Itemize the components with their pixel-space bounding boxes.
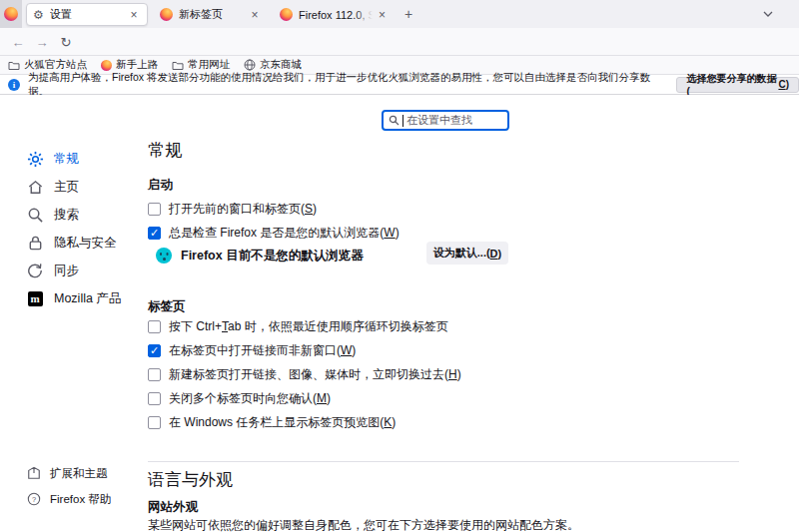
sidebar-item-label: 搜索 (54, 207, 79, 224)
tab-settings[interactable]: ⚙ 设置 × (26, 3, 148, 26)
extensions-icon (26, 466, 41, 481)
general-settings-pane: 常规 启动 打开先前的窗口和标签页(S) 总是检查 Firefox 是否是您的默… (148, 95, 747, 532)
set-as-default-button[interactable]: 设为默认...(D) (426, 242, 508, 265)
checkbox-label: 打开先前的窗口和标签页(S) (169, 201, 317, 218)
navigation-bar: ← → ↻ Firefox about:preferences ☆ (0, 28, 799, 56)
sidebar-item-mozilla-products[interactable]: m Mozilla 产品 (16, 284, 142, 312)
folder-icon (8, 60, 20, 71)
checkbox-label: 总是检查 Firefox 是否是您的默认浏览器(W) (169, 225, 400, 242)
sidebar-item-privacy-security[interactable]: 隐私与安全 (16, 229, 142, 257)
browser-window: ⚙ 设置 × 新标签页 × Firefox 112.0, See All New… (0, 0, 799, 532)
not-default-status-icon (156, 248, 172, 264)
sidebar-item-label: 扩展和主题 (50, 466, 108, 481)
tab-bar: ⚙ 设置 × 新标签页 × Firefox 112.0, See All New… (0, 0, 799, 28)
gear-icon: ⚙ (33, 8, 44, 22)
new-tab-button[interactable]: + (398, 4, 419, 24)
section-divider (148, 461, 739, 462)
checkbox[interactable] (148, 368, 161, 381)
tab-new-tab[interactable]: 新标签页 × (154, 3, 268, 26)
sidebar-item-sync[interactable]: 同步 (16, 257, 142, 284)
choose-data-to-share-button[interactable]: 选择您要分享的数据(C) (676, 77, 799, 93)
svg-text:?: ? (31, 495, 35, 504)
list-all-tabs-button[interactable] (757, 5, 779, 23)
sync-icon (26, 262, 44, 279)
checkbox[interactable] (148, 227, 161, 240)
data-sharing-notification-bar: i 为提高用户体验，Firefox 将发送部分功能的使用情况给我们，用于进一步优… (0, 75, 799, 95)
tab-firefox-whatsnew[interactable]: Firefox 112.0, See All New Fe × (274, 3, 392, 26)
language-appearance-title: 语言与外观 (148, 468, 233, 491)
forward-icon: → (36, 35, 49, 50)
firefox-icon (160, 8, 173, 21)
option-taskbar-tab-previews[interactable]: 在 Windows 任务栏上显示标签页预览图(K) (148, 412, 396, 432)
checkbox-label: 在 Windows 任务栏上显示标签页预览图(K) (169, 414, 396, 431)
option-always-check-default-browser[interactable]: 总是检查 Firefox 是否是您的默认浏览器(W) (148, 223, 400, 243)
checkbox-label: 新建标签页打开链接、图像、媒体时，立即切换过去(H) (169, 366, 461, 383)
folder-icon (172, 60, 184, 71)
reload-icon: ↻ (61, 35, 72, 50)
sidebar-item-general[interactable]: 常规 (16, 145, 142, 173)
settings-sidebar: 常规 主页 搜索 隐私与安全 (16, 145, 142, 312)
page-title: 常规 (148, 139, 182, 162)
reload-button[interactable]: ↻ (56, 33, 76, 51)
sidebar-footer: 扩展和主题 ? Firefox 帮助 (16, 460, 142, 512)
help-icon: ? (26, 492, 41, 507)
firefox-icon (280, 8, 293, 21)
tab-label: 新标签页 (179, 7, 223, 22)
sidebar-item-home[interactable]: 主页 (16, 173, 142, 201)
sidebar-item-label: 主页 (54, 179, 79, 196)
default-browser-status-text: Firefox 目前不是您的默认浏览器 (181, 248, 364, 265)
close-icon[interactable]: × (248, 8, 262, 22)
back-icon: ← (12, 35, 25, 50)
window-firefox-icon-button[interactable] (0, 0, 22, 28)
close-icon[interactable]: × (127, 8, 141, 22)
checkbox[interactable] (148, 320, 161, 333)
default-browser-status-row: Firefox 目前不是您的默认浏览器 (156, 245, 364, 266)
website-appearance-heading: 网站外观 (148, 499, 198, 516)
sidebar-item-extensions-themes[interactable]: 扩展和主题 (16, 460, 142, 486)
option-switch-to-new-tab[interactable]: 新建标签页打开链接、图像、媒体时，立即切换过去(H) (148, 364, 461, 384)
settings-content: 在设置中查找 常规 主页 搜索 (0, 95, 799, 532)
forward-button[interactable]: → (32, 33, 52, 51)
option-ctrl-tab-cycle[interactable]: 按下 Ctrl+Tab 时，依照最近使用顺序循环切换标签页 (148, 316, 448, 336)
startup-heading: 启动 (148, 177, 173, 194)
checkbox-label: 在标签页中打开链接而非新窗口(W) (169, 342, 356, 359)
chevron-down-icon (763, 11, 773, 17)
firefox-icon (101, 60, 112, 71)
search-icon (26, 206, 44, 224)
home-icon (26, 178, 44, 196)
globe-icon (244, 59, 256, 71)
sidebar-item-label: 同步 (54, 263, 79, 279)
firefox-icon (4, 7, 18, 21)
close-icon[interactable]: × (379, 8, 386, 22)
sidebar-item-search[interactable]: 搜索 (16, 201, 142, 229)
tabs-heading: 标签页 (148, 298, 186, 315)
tab-label: 设置 (50, 7, 72, 22)
sidebar-item-label: 隐私与安全 (54, 235, 117, 252)
sidebar-item-label: Mozilla 产品 (54, 290, 121, 307)
sidebar-item-firefox-help[interactable]: ? Firefox 帮助 (16, 486, 142, 512)
mozilla-logo-icon: m (26, 289, 44, 307)
checkbox[interactable] (148, 344, 161, 357)
checkbox-label: 关闭多个标签页时向您确认(M) (169, 390, 331, 407)
website-appearance-description: 某些网站可依照您的偏好调整自身配色，您可在下方选择要使用的网站配色方案。 (148, 518, 579, 532)
option-restore-previous-session[interactable]: 打开先前的窗口和标签页(S) (148, 199, 317, 219)
checkbox-label: 按下 Ctrl+Tab 时，依照最近使用顺序循环切换标签页 (169, 318, 448, 335)
info-icon: i (8, 79, 20, 91)
tab-label: Firefox 112.0, See All New Fe (299, 9, 373, 21)
sidebar-item-label: Firefox 帮助 (50, 492, 111, 507)
lock-icon (26, 234, 44, 252)
gear-icon (26, 150, 44, 168)
checkbox[interactable] (148, 392, 161, 405)
option-confirm-close-multiple-tabs[interactable]: 关闭多个标签页时向您确认(M) (148, 388, 331, 408)
checkbox[interactable] (148, 203, 161, 216)
back-button[interactable]: ← (8, 33, 28, 51)
option-open-links-in-tabs[interactable]: 在标签页中打开链接而非新窗口(W) (148, 340, 356, 360)
sidebar-item-label: 常规 (54, 151, 79, 168)
checkbox[interactable] (148, 416, 161, 429)
